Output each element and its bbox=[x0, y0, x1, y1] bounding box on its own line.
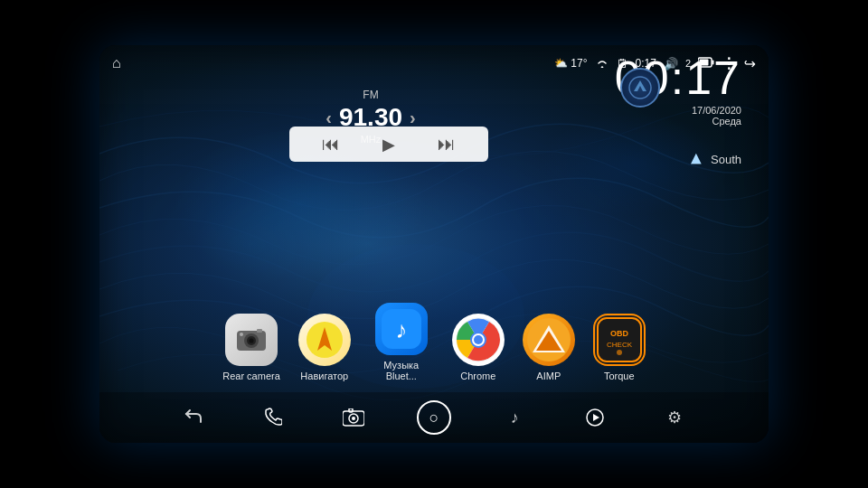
nav-home-btn[interactable]: ○ bbox=[417, 400, 451, 435]
svg-text:CHECK: CHECK bbox=[607, 341, 633, 349]
nav-back-btn[interactable] bbox=[177, 401, 210, 434]
svg-text:OBD: OBD bbox=[610, 329, 629, 338]
nav-bar: ○ ♪ ⚙ bbox=[99, 392, 769, 443]
app-aimp[interactable]: AIMP bbox=[523, 314, 575, 381]
media-play-btn[interactable]: ▶ bbox=[382, 135, 395, 155]
svg-rect-29 bbox=[349, 408, 353, 412]
svg-point-25 bbox=[617, 350, 622, 355]
status-left: ⌂ bbox=[112, 55, 121, 71]
weather-display: ⛅ 17° bbox=[554, 57, 587, 70]
media-controls: ⏮ ▶ ⏭ bbox=[300, 134, 477, 155]
nav-camera-btn[interactable] bbox=[337, 401, 370, 434]
app-torque[interactable]: OBD CHECK Torque bbox=[593, 314, 646, 381]
nav-phone-btn[interactable] bbox=[257, 401, 289, 434]
home-status-icon[interactable]: ⌂ bbox=[112, 55, 121, 71]
radio-next-btn[interactable]: › bbox=[410, 108, 416, 128]
app-rear-camera[interactable]: Rear camera bbox=[222, 314, 280, 381]
temperature: 17° bbox=[571, 57, 587, 70]
clock-date: 17/06/2020 Среда bbox=[615, 105, 741, 127]
aimp-icon bbox=[523, 314, 575, 366]
radio-prev-btn[interactable]: ‹ bbox=[326, 108, 332, 128]
app-chrome[interactable]: Chrome bbox=[452, 314, 505, 381]
svg-rect-10 bbox=[257, 329, 262, 333]
nav-music-btn[interactable]: ♪ bbox=[498, 401, 531, 434]
media-player-widget: ⏮ ▶ ⏭ bbox=[289, 127, 488, 162]
music-label: Музыка Bluet... bbox=[369, 360, 434, 381]
compass-area: ▼ South bbox=[687, 149, 741, 170]
torque-icon: OBD CHECK bbox=[593, 314, 646, 366]
back-icon[interactable]: ↩ bbox=[744, 55, 756, 72]
compass-direction: South bbox=[711, 153, 741, 166]
svg-point-5 bbox=[629, 77, 651, 99]
rear-camera-label: Rear camera bbox=[222, 371, 280, 381]
weather-icon: ⛅ bbox=[554, 57, 568, 70]
nav-settings-btn[interactable]: ⚙ bbox=[658, 401, 691, 434]
chrome-label: Chrome bbox=[460, 371, 495, 381]
nav-play-btn[interactable] bbox=[579, 401, 611, 434]
chrome-icon bbox=[452, 314, 505, 366]
main-screen: ⌂ ⛅ 17° 🗒 0:17 🔊 2 bbox=[99, 45, 769, 443]
lada-logo-area bbox=[620, 68, 660, 108]
wifi-icon bbox=[595, 57, 609, 70]
compass-arrow-icon: ▼ bbox=[687, 149, 705, 170]
app-music[interactable]: ♪ Музыка Bluet... bbox=[369, 303, 434, 381]
app-navigator[interactable]: Навигатор bbox=[298, 314, 351, 381]
svg-point-9 bbox=[249, 339, 253, 343]
media-prev-btn[interactable]: ⏮ bbox=[322, 134, 340, 155]
svg-rect-21 bbox=[596, 316, 643, 363]
media-next-btn[interactable]: ⏭ bbox=[438, 134, 456, 155]
svg-point-28 bbox=[352, 417, 355, 420]
navigator-icon bbox=[298, 314, 351, 366]
lada-logo bbox=[620, 68, 660, 108]
music-icon: ♪ bbox=[375, 303, 428, 355]
svg-text:♪: ♪ bbox=[395, 316, 407, 343]
clock-day: Среда bbox=[615, 116, 741, 127]
radio-band-label: FM bbox=[289, 89, 452, 101]
svg-point-11 bbox=[240, 333, 243, 336]
app-row: Rear camera Навигатор ♪ Музыка Bluet... bbox=[99, 303, 769, 381]
navigator-label: Навигатор bbox=[300, 371, 348, 381]
aimp-label: AIMP bbox=[536, 371, 561, 381]
rear-camera-icon bbox=[225, 314, 278, 366]
torque-label: Torque bbox=[604, 371, 635, 381]
svg-point-19 bbox=[474, 335, 483, 344]
